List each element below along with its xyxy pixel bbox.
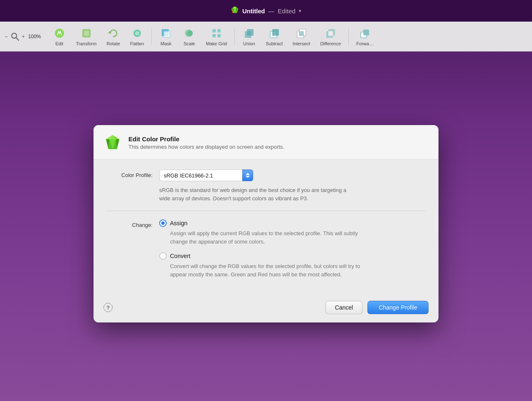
assign-radio-button[interactable] bbox=[159, 219, 167, 227]
assign-radio-label: Assign bbox=[170, 220, 187, 226]
color-profile-stepper[interactable] bbox=[242, 170, 253, 181]
modal-overlay: Edit Color Profile This determines how c… bbox=[0, 0, 532, 401]
assign-radio-row[interactable]: Assign bbox=[159, 219, 425, 227]
stepper-up-arrow bbox=[246, 173, 250, 175]
change-profile-button[interactable]: Change Profile bbox=[367, 301, 429, 314]
convert-radio-label: Convert bbox=[170, 253, 190, 259]
convert-option: Convert Convert will change the RGB valu… bbox=[159, 252, 425, 278]
cancel-button[interactable]: Cancel bbox=[325, 301, 363, 314]
change-row: Change: Assign Assign will apply the cur… bbox=[107, 219, 425, 285]
color-profile-controls: sRGB IEC61966-2.1 sRGB is the standard f… bbox=[159, 170, 425, 202]
dialog-header-text: Edit Color Profile This determines how c… bbox=[128, 135, 284, 150]
change-field-label: Change: bbox=[107, 219, 153, 228]
stepper-down-arrow bbox=[246, 176, 250, 178]
dialog-description: This determines how colors are displayed… bbox=[128, 144, 284, 150]
dialog-footer: ? Cancel Change Profile bbox=[94, 295, 438, 322]
dialog-body: Color Profile: sRGB IEC61966-2.1 sRGB is… bbox=[94, 160, 438, 295]
dialog-header: Edit Color Profile This determines how c… bbox=[94, 125, 438, 160]
convert-radio-description: Convert will change the RGB values for t… bbox=[170, 262, 365, 278]
color-profile-description: sRGB is the standard for web design and … bbox=[159, 186, 359, 202]
dialog-gem-icon bbox=[103, 133, 122, 152]
assign-radio-description: Assign will apply the current RGB values… bbox=[170, 229, 365, 246]
change-options: Assign Assign will apply the current RGB… bbox=[159, 219, 425, 285]
color-profile-select-row: sRGB IEC61966-2.1 bbox=[159, 170, 425, 181]
dialog-title: Edit Color Profile bbox=[128, 135, 284, 143]
convert-radio-row[interactable]: Convert bbox=[159, 252, 425, 260]
section-divider bbox=[107, 211, 425, 211]
assign-option: Assign Assign will apply the current RGB… bbox=[159, 219, 425, 246]
color-profile-field-label: Color Profile: bbox=[107, 170, 153, 178]
footer-actions: Cancel Change Profile bbox=[325, 301, 429, 314]
convert-radio-button[interactable] bbox=[159, 252, 167, 260]
color-profile-select[interactable]: sRGB IEC61966-2.1 bbox=[159, 170, 242, 181]
color-profile-row: Color Profile: sRGB IEC61966-2.1 sRGB is… bbox=[107, 170, 425, 202]
edit-color-profile-dialog: Edit Color Profile This determines how c… bbox=[94, 125, 438, 322]
help-button[interactable]: ? bbox=[103, 303, 113, 312]
